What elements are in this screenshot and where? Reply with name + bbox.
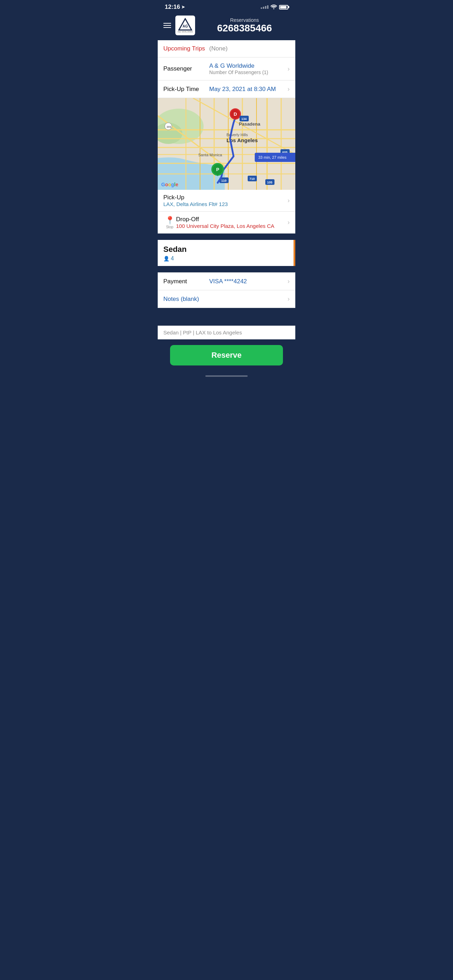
upcoming-trips-value: (None) xyxy=(209,45,227,52)
separator-1 xyxy=(158,234,295,240)
main-content: Upcoming Trips (None) Passenger A & G Wo… xyxy=(158,40,295,234)
svg-text:D: D xyxy=(234,111,237,117)
upcoming-trips-row: Upcoming Trips (None) xyxy=(158,40,295,57)
passenger-label: Passenger xyxy=(163,65,209,72)
pickup-arrow-icon: › xyxy=(288,197,290,204)
home-bar xyxy=(205,375,248,377)
payment-arrow-icon: › xyxy=(288,278,290,285)
bottom-decoration xyxy=(158,308,295,326)
payment-value: VISA ****4242 xyxy=(209,278,285,285)
pickup-time-value: May 23, 2021 at 8:30 AM xyxy=(209,86,285,93)
svg-text:101: 101 xyxy=(167,125,172,129)
pickup-address: LAX, Delta Airlines Flt# 123 xyxy=(163,201,285,207)
vehicle-passengers: 👤 4 xyxy=(163,255,290,262)
dropoff-content: Drop-Off 100 Universal City Plaza, Los A… xyxy=(176,216,285,229)
svg-text:P: P xyxy=(216,167,219,172)
status-time: 12:16 ➤ xyxy=(165,3,185,11)
time-display: 12:16 xyxy=(165,3,180,11)
home-indicator xyxy=(158,372,295,380)
pickup-time-row[interactable]: Pick-Up Time May 23, 2021 at 8:30 AM › xyxy=(158,80,295,98)
wifi-icon xyxy=(270,4,277,10)
person-icon: 👤 xyxy=(163,256,169,261)
svg-text:110: 110 xyxy=(221,179,227,182)
stop-icon: 📍 Stop xyxy=(163,216,176,229)
payment-content: Payment VISA ****4242 › Notes (blank) › xyxy=(158,272,295,308)
summary-bar: Sedan | PtP | LAX to Los Angeles xyxy=(158,326,295,339)
location-arrow-icon: ➤ xyxy=(181,5,185,10)
svg-text:33 min, 27 miles: 33 min, 27 miles xyxy=(258,155,287,159)
passenger-sub: Number Of Passengers (1) xyxy=(209,70,285,75)
vehicle-section: Sedan 👤 4 xyxy=(158,240,295,266)
svg-text:Pasadena: Pasadena xyxy=(239,121,261,127)
vehicle-name: Sedan xyxy=(163,245,290,254)
reserve-button[interactable]: Reserve xyxy=(170,345,283,366)
svg-text:AG: AG xyxy=(183,24,188,28)
notes-row[interactable]: Notes (blank) › xyxy=(158,290,295,308)
notes-arrow-icon: › xyxy=(288,295,290,303)
payment-label: Payment xyxy=(163,278,209,285)
dropoff-arrow-icon: › xyxy=(288,219,290,226)
pickup-location-label: Pick-Up xyxy=(163,194,285,201)
phone-number: 6268385466 xyxy=(217,22,272,33)
dropoff-location-label: Drop-Off xyxy=(176,216,285,223)
pickup-time-label: Pick-Up Time xyxy=(163,86,209,93)
reserve-section: Reserve xyxy=(158,339,295,372)
pickup-location-row[interactable]: Pick-Up LAX, Delta Airlines Flt# 123 › xyxy=(158,190,295,212)
separator-2 xyxy=(158,266,295,272)
passenger-value: A & G Worldwide Number Of Passengers (1) xyxy=(209,62,285,75)
menu-button[interactable] xyxy=(163,23,171,28)
upcoming-trips-label: Upcoming Trips xyxy=(163,45,205,52)
pickup-time-arrow-icon: › xyxy=(288,85,290,93)
pickup-time-text: May 23, 2021 at 8:30 AM xyxy=(209,86,285,93)
status-bar: 12:16 ➤ xyxy=(158,0,295,13)
svg-text:134: 134 xyxy=(241,117,246,121)
header-contact: Reservations 6268385466 xyxy=(199,17,290,34)
svg-text:710: 710 xyxy=(250,177,255,181)
app-logo: AG A&G WORLDWIDE xyxy=(175,16,195,35)
app-header: AG A&G WORLDWIDE Reservations 6268385466 xyxy=(158,13,295,40)
passenger-arrow-icon: › xyxy=(288,65,290,73)
signal-icon xyxy=(261,5,269,9)
dropoff-location-row[interactable]: 📍 Stop Drop-Off 100 Universal City Plaza… xyxy=(158,212,295,234)
pickup-content: Pick-Up LAX, Delta Airlines Flt# 123 xyxy=(163,194,285,207)
map-view[interactable]: 101 101 605 605 710 105 110 Pasadena Los… xyxy=(158,98,295,190)
battery-icon xyxy=(279,5,288,10)
reservations-label: Reservations xyxy=(199,17,290,23)
summary-text: Sedan | PtP | LAX to Los Angeles xyxy=(163,329,242,336)
svg-text:105: 105 xyxy=(267,181,272,184)
svg-text:Google: Google xyxy=(161,182,178,187)
dropoff-address: 100 Universal City Plaza, Los Angeles CA xyxy=(176,223,285,229)
passenger-name: A & G Worldwide xyxy=(209,62,285,70)
stop-label: Stop xyxy=(166,225,173,229)
status-icons xyxy=(261,4,288,10)
passenger-count: 4 xyxy=(171,255,174,262)
pin-icon: 📍 xyxy=(165,216,175,225)
notes-value: Notes (blank) xyxy=(163,296,285,303)
passenger-row[interactable]: Passenger A & G Worldwide Number Of Pass… xyxy=(158,57,295,80)
payment-row[interactable]: Payment VISA ****4242 › xyxy=(158,272,295,290)
svg-text:Santa Monica: Santa Monica xyxy=(198,153,222,157)
